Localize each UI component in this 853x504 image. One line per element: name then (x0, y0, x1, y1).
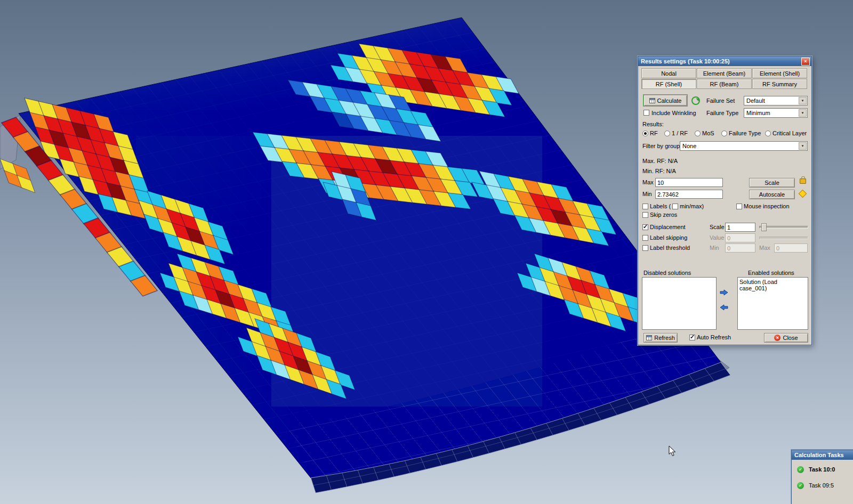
task-row[interactable]: ✓ Task 10:0 (794, 463, 853, 476)
radio-rf-label: RF (650, 130, 658, 136)
radio-1-rf[interactable] (664, 131, 670, 136)
task-success-icon: ✓ (797, 466, 804, 473)
autoscale-diamond-icon[interactable] (799, 190, 807, 198)
enabled-solutions-list[interactable]: Solution (Load case_001) (737, 277, 808, 330)
list-item[interactable]: Solution (Load case_001) (739, 279, 806, 291)
displacement-checkbox[interactable] (642, 224, 648, 230)
chevron-down-icon[interactable]: ▼ (799, 97, 807, 104)
radio-critical-layer-label: Critical Layer (772, 130, 807, 136)
arrow-left-icon (720, 304, 728, 311)
filter-by-group-label: Filter by group (642, 143, 680, 149)
disabled-solutions-list[interactable] (642, 277, 717, 330)
filter-by-group-select[interactable]: None ▼ (680, 141, 808, 151)
chevron-down-icon[interactable]: ▼ (799, 109, 807, 117)
threshold-min-input (725, 243, 755, 253)
min-input[interactable] (655, 190, 723, 199)
calculator-icon (649, 98, 655, 103)
radio-critical-layer[interactable] (765, 131, 771, 136)
task-label: Task 10:0 (809, 466, 835, 473)
threshold-max-input (774, 243, 808, 253)
dialog-title: Results settings (Task 10:00:25) (641, 58, 730, 64)
results-settings-dialog: Results settings (Task 10:00:25) × Nodal… (638, 56, 812, 345)
threshold-min-label: Min (710, 245, 719, 251)
radio-rf[interactable] (642, 131, 648, 136)
radio-mos-label: MoS (702, 130, 714, 136)
label-skipping-checkbox[interactable] (642, 235, 648, 241)
lock-icon[interactable] (800, 178, 806, 184)
radio-1-rf-label: 1 / RF (672, 130, 688, 136)
task-label: Task 09:5 (809, 482, 834, 489)
dialog-titlebar[interactable]: Results settings (Task 10:00:25) × (638, 56, 811, 66)
max-label: Max (642, 179, 654, 185)
tasks-title: Calculation Tasks (794, 452, 844, 458)
contour-band-left-tip (0, 159, 35, 193)
slider-thumb[interactable] (761, 223, 767, 231)
min-label: Min (642, 191, 652, 197)
max-rf-text: Max. RF: N/A (642, 158, 678, 164)
autoscale-button[interactable]: Autoscale (749, 190, 795, 199)
arrow-right-icon (720, 289, 728, 296)
tab-rf-summary[interactable]: RF Summary (752, 79, 807, 89)
threshold-max-label: Max (759, 245, 770, 251)
label-threshold-checkbox[interactable] (642, 245, 648, 251)
value-input (725, 233, 755, 242)
refresh-button[interactable]: Refresh (643, 333, 678, 343)
labels-checkbox[interactable] (642, 204, 648, 209)
labels-label: Labels ( (650, 203, 671, 209)
mouse-inspection-label: Mouse inspection (744, 203, 790, 209)
dialog-close-icon[interactable]: × (801, 58, 810, 66)
skip-zeros-label: Skip zeros (650, 212, 677, 218)
calculation-tasks-panel: Calculation Tasks ✓ Task 10:0 ✓ Task 09:… (791, 450, 853, 504)
tab-nodal[interactable]: Nodal (641, 68, 696, 78)
refresh-circle-icon[interactable] (691, 96, 700, 105)
auto-refresh-checkbox[interactable] (689, 335, 695, 340)
max-input[interactable] (655, 178, 723, 187)
refresh-table-icon (646, 335, 652, 340)
results-label: Results: (642, 121, 664, 127)
close-button[interactable]: × Close (764, 333, 808, 343)
disp-scale-input[interactable] (725, 223, 755, 232)
skip-zeros-checkbox[interactable] (642, 212, 648, 218)
mouse-inspection-checkbox[interactable] (736, 204, 742, 209)
label-threshold-label: Label threshold (650, 245, 690, 251)
disabled-solutions-label: Disabled solutions (643, 270, 691, 276)
failure-set-select[interactable]: Default ▼ (744, 96, 808, 105)
radio-failure-type-label: Failure Type (729, 130, 761, 136)
displacement-label: Displacement (650, 224, 686, 230)
task-success-icon: ✓ (797, 482, 804, 489)
tab-rf-beam[interactable]: RF (Beam) (697, 79, 752, 89)
mouse-cursor (669, 445, 677, 457)
value-slider (759, 233, 808, 241)
minmax-label: min/max) (680, 203, 704, 209)
tab-element-shell[interactable]: Element (Shell) (752, 68, 807, 78)
radio-failure-type[interactable] (721, 131, 727, 136)
scale-button[interactable]: Scale (749, 178, 795, 188)
move-left-button[interactable] (718, 303, 730, 312)
tab-element-beam[interactable]: Element (Beam) (697, 68, 752, 78)
failure-type-select[interactable]: Minimum ▼ (744, 108, 808, 118)
minmax-checkbox[interactable] (672, 204, 678, 209)
task-row[interactable]: ✓ Task 09:5 (794, 479, 853, 492)
tab-rf-shell[interactable]: RF (Shell) (641, 79, 696, 89)
calculate-button[interactable]: Calculate (643, 95, 687, 106)
radio-mos[interactable] (695, 131, 701, 136)
failure-type-label: Failure Type (706, 110, 738, 116)
include-wrinkling-label: Include Wrinkling (651, 110, 696, 116)
close-x-icon: × (774, 335, 780, 341)
include-wrinkling-checkbox[interactable] (643, 110, 649, 116)
disp-scale-slider[interactable] (759, 223, 808, 231)
move-right-button[interactable] (718, 288, 730, 297)
disp-scale-label: Scale (710, 224, 725, 230)
label-skipping-label: Label skipping (650, 234, 687, 241)
chevron-down-icon[interactable]: ▼ (799, 142, 807, 150)
tasks-titlebar[interactable]: Calculation Tasks (792, 450, 853, 460)
failure-set-label: Failure Set (706, 97, 735, 104)
value-label: Value (710, 234, 724, 241)
min-rf-text: Min. RF: N/A (642, 168, 676, 174)
enabled-solutions-label: Enabled solutions (748, 270, 794, 276)
auto-refresh-label: Auto Refresh (697, 334, 731, 340)
